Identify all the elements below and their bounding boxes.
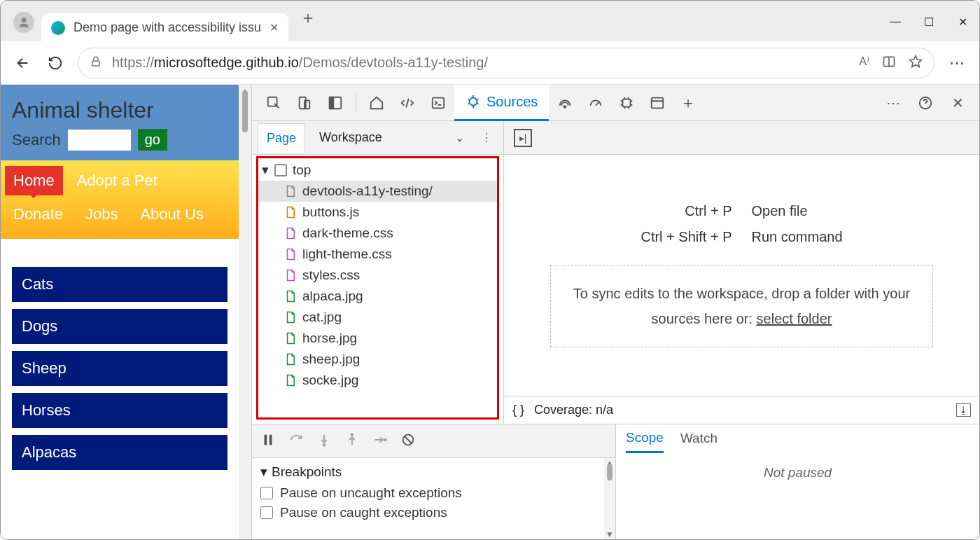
- workspace-tab[interactable]: Workspace: [311, 123, 391, 152]
- go-button[interactable]: go: [138, 129, 167, 151]
- svg-point-18: [384, 438, 386, 441]
- nav-home[interactable]: Home: [5, 166, 63, 195]
- welcome-tab-icon[interactable]: [362, 88, 391, 118]
- nav-donate[interactable]: Donate: [5, 200, 71, 229]
- more-tabs-button[interactable]: ＋: [673, 88, 703, 118]
- sources-tab[interactable]: Sources: [454, 85, 549, 121]
- download-icon[interactable]: ⭳: [956, 403, 971, 417]
- svg-rect-14: [265, 434, 267, 445]
- close-tab-icon[interactable]: ✕: [270, 21, 279, 34]
- pause-uncaught-checkbox[interactable]: Pause on uncaught exceptions: [260, 485, 607, 501]
- pause-caught-checkbox[interactable]: Pause on caught exceptions: [260, 505, 607, 520]
- step-into-button[interactable]: [316, 432, 332, 450]
- performance-tab-icon[interactable]: [581, 88, 610, 118]
- console-tab-icon[interactable]: [424, 88, 453, 118]
- help-icon[interactable]: [911, 88, 940, 118]
- scroll-thumb[interactable]: [242, 90, 248, 132]
- svg-rect-12: [652, 97, 664, 108]
- search-label: Search: [12, 131, 61, 149]
- watch-tab[interactable]: Watch: [680, 431, 718, 452]
- deactivate-breakpoints-button[interactable]: [400, 432, 416, 450]
- svg-point-10: [564, 106, 566, 108]
- svg-rect-7: [330, 97, 334, 109]
- list-item[interactable]: Horses: [12, 393, 227, 428]
- breakpoints-section: ▾Breakpoints Pause on uncaught exception…: [252, 458, 615, 539]
- webpage-pane: Animal shelter Search go Home Adopt a Pe…: [1, 85, 239, 539]
- svg-point-16: [323, 443, 326, 445]
- url-field[interactable]: https://microsoftedge.github.io/Demos/de…: [78, 48, 934, 78]
- highlight-box: [256, 156, 499, 420]
- svg-rect-8: [433, 97, 444, 108]
- window-titlebar: Demo page with accessibility issu ✕ ＋ — …: [1, 1, 979, 41]
- pretty-print-icon[interactable]: { }: [512, 403, 524, 417]
- page-tab[interactable]: Page: [258, 123, 305, 153]
- memory-tab-icon[interactable]: [612, 88, 641, 118]
- dock-icon[interactable]: [321, 88, 350, 118]
- step-out-button[interactable]: [344, 432, 360, 450]
- list-item[interactable]: Sheep: [12, 351, 227, 386]
- hide-navigator-button[interactable]: ▸|: [514, 129, 532, 147]
- editor-pane: ▸| Ctrl + P Open file Ctrl + Shift + P R…: [504, 121, 979, 424]
- elements-tab-icon[interactable]: [393, 88, 422, 118]
- devtools: Sources ＋ ⋯ ✕ Page Workspace ⌄ ⋮: [251, 85, 979, 539]
- profile-avatar[interactable]: [13, 12, 34, 33]
- search-input[interactable]: [68, 130, 131, 151]
- inspect-icon[interactable]: [259, 88, 288, 118]
- close-window-button[interactable]: ✕: [946, 8, 979, 36]
- pause-button[interactable]: [260, 432, 276, 450]
- devtools-more-button[interactable]: ⋯: [878, 88, 908, 118]
- list-item[interactable]: Dogs: [12, 309, 227, 344]
- scope-tab[interactable]: Scope: [626, 430, 664, 453]
- list-item[interactable]: Cats: [12, 267, 227, 302]
- new-tab-button[interactable]: ＋: [295, 2, 321, 33]
- network-tab-icon[interactable]: [550, 88, 580, 118]
- back-button[interactable]: [9, 49, 37, 77]
- device-icon[interactable]: [290, 88, 319, 118]
- svg-rect-11: [623, 99, 631, 106]
- svg-point-17: [351, 434, 354, 436]
- nav-adopt[interactable]: Adopt a Pet: [69, 166, 166, 195]
- editor-toolbar: ▸|: [504, 121, 979, 155]
- content-area: Animal shelter Search go Home Adopt a Pe…: [1, 85, 979, 539]
- debugger-controls: [252, 424, 615, 458]
- list-item[interactable]: Alpacas: [12, 435, 227, 470]
- nav-jobs[interactable]: Jobs: [77, 200, 126, 229]
- nav-about[interactable]: About Us: [132, 200, 212, 229]
- svg-rect-15: [270, 434, 272, 445]
- devtools-toolbar: Sources ＋ ⋯ ✕: [252, 85, 979, 121]
- close-devtools-button[interactable]: ✕: [943, 88, 972, 118]
- reader-icon[interactable]: [882, 55, 896, 71]
- site-nav: Home Adopt a Pet Donate Jobs About Us: [1, 160, 239, 239]
- debugger-pane: ▾Breakpoints Pause on uncaught exception…: [252, 424, 979, 539]
- navigator-tabs: Page Workspace ⌄ ⋮: [252, 121, 503, 155]
- sources-navigator: Page Workspace ⌄ ⋮ ▾topdevtools-a11y-tes…: [252, 121, 504, 424]
- svg-rect-1: [92, 61, 100, 66]
- step-button[interactable]: [372, 432, 388, 450]
- refresh-button[interactable]: [41, 49, 69, 77]
- navigator-more-icon[interactable]: ⋮: [475, 125, 498, 150]
- application-tab-icon[interactable]: [643, 88, 672, 118]
- navigator-dropdown-icon[interactable]: ⌄: [449, 125, 470, 150]
- page-title: Animal shelter: [12, 97, 227, 123]
- scope-panel: Scope Watch Not paused: [616, 424, 979, 539]
- window-controls: — ☐ ✕: [878, 8, 979, 36]
- file-tree: ▾topdevtools-a11y-testing/buttons.jsdark…: [252, 155, 503, 424]
- minimize-button[interactable]: —: [878, 8, 912, 36]
- url-text: https://microsoftedge.github.io/Demos/de…: [112, 55, 488, 71]
- browser-tab[interactable]: Demo page with accessibility issu ✕: [41, 13, 288, 42]
- not-paused-label: Not paused: [764, 465, 832, 480]
- edge-icon: [51, 21, 65, 35]
- favorite-icon[interactable]: [909, 55, 923, 71]
- bug-icon: [465, 94, 481, 109]
- select-folder-link[interactable]: select folder: [757, 311, 832, 326]
- more-menu-button[interactable]: ⋯: [943, 49, 971, 77]
- breakpoints-scrollbar[interactable]: ▲▼: [604, 458, 615, 539]
- read-aloud-icon[interactable]: A⁾: [859, 55, 869, 71]
- step-over-button[interactable]: [288, 432, 304, 450]
- workspace-dropzone[interactable]: To sync edits to the workspace, drop a f…: [550, 265, 933, 347]
- svg-point-0: [22, 18, 27, 22]
- maximize-button[interactable]: ☐: [912, 8, 946, 36]
- editor-status-bar: { } Coverage: n/a ⭳: [504, 396, 979, 424]
- site-scrollbar[interactable]: ▲: [239, 85, 251, 539]
- chevron-down-icon[interactable]: ▾: [260, 464, 267, 480]
